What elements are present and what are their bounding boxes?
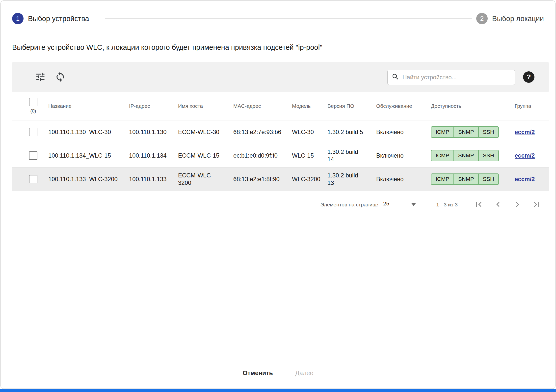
cell-name: 100.110.1.134_WLC-15 <box>48 144 129 167</box>
step1-label: Выбор устройства <box>28 15 89 23</box>
first-page-button[interactable] <box>473 199 484 210</box>
cell-ip: 100.110.1.133 <box>129 168 178 191</box>
cell-ip: 100.110.1.130 <box>129 120 178 144</box>
step2-label: Выбор локации <box>492 15 544 23</box>
column-header-model: Модель <box>292 92 327 120</box>
refresh-button[interactable] <box>54 71 66 83</box>
availability-badge-icmp: ICMP <box>431 126 454 138</box>
items-per-page-value: 25 <box>383 200 389 207</box>
table-toolbar: ? <box>12 62 549 92</box>
filter-tune-icon <box>35 71 46 83</box>
cell-group: eccm/2 <box>515 144 549 167</box>
cell-maintenance: Включено <box>376 144 431 167</box>
step-location-selection[interactable]: 2 Выбор локации <box>476 12 544 25</box>
cell-hostname: ECCM-WLC-30 <box>178 120 233 144</box>
cell-name: 100.110.1.133_WLC-3200 <box>48 168 129 191</box>
row-checkbox[interactable] <box>29 175 37 183</box>
availability-badges: ICMP SNMP SSH <box>431 173 499 185</box>
column-header-mac: MAC-адрес <box>233 92 292 120</box>
cell-name: 100.110.1.130_WLC-30 <box>48 120 129 144</box>
stepper-connector-line <box>105 18 472 19</box>
cell-mac: ec:b1:e0:d0:9f:f0 <box>233 144 292 167</box>
table-header-row: (0) Название IP-адрес Имя хоста MAC-адре… <box>12 92 549 120</box>
selected-count: (0) <box>29 108 37 114</box>
availability-badge-snmp: SNMP <box>453 173 479 185</box>
availability-badges: ICMP SNMP SSH <box>431 126 499 138</box>
cell-hostname: ECCM-WLC-3200 <box>178 168 233 191</box>
column-header-firmware: Версия ПО <box>327 92 376 120</box>
cell-ip: 100.110.1.134 <box>129 144 178 167</box>
availability-badge-icmp: ICMP <box>431 173 454 185</box>
next-button[interactable]: Далее <box>295 369 313 377</box>
cell-group: eccm/2 <box>515 168 549 191</box>
group-link[interactable]: eccm/2 <box>515 175 535 183</box>
column-header-name: Название <box>48 92 129 120</box>
availability-badge-ssh: SSH <box>478 173 499 185</box>
pagination-range: 1 - 3 из 3 <box>436 202 458 208</box>
table-row[interactable]: 100.110.1.130_WLC-30 100.110.1.130 ECCM-… <box>12 120 549 144</box>
last-page-icon <box>532 199 542 210</box>
availability-badge-ssh: SSH <box>478 150 499 161</box>
row-checkbox-cell <box>12 168 48 191</box>
availability-badge-snmp: SNMP <box>453 126 479 138</box>
step2-indicator: 2 <box>476 13 488 24</box>
availability-badge-snmp: SNMP <box>453 150 479 161</box>
row-checkbox[interactable] <box>29 128 37 136</box>
device-selection-dialog: 1 Выбор устройства 2 Выбор локации Выбер… <box>0 0 556 392</box>
dialog-subtitle: Выберите устройство WLC, к локации котор… <box>12 43 544 52</box>
search-icon <box>392 73 399 82</box>
cell-model: WLC-30 <box>292 120 327 144</box>
filter-button[interactable] <box>34 71 46 83</box>
row-checkbox-cell <box>12 120 48 144</box>
bottom-accent-bar <box>0 389 556 392</box>
items-per-page-label: Элементов на странице <box>320 202 378 208</box>
cell-firmware: 1.30.2 build 5 <box>327 120 376 144</box>
devices-table: (0) Название IP-адрес Имя хоста MAC-адре… <box>12 92 549 191</box>
table-pagination: Элементов на странице 25 1 - 3 из 3 <box>12 196 549 213</box>
group-link[interactable]: eccm/2 <box>515 128 535 136</box>
next-page-button[interactable] <box>512 199 523 210</box>
chevron-down-icon <box>411 203 416 206</box>
wizard-stepper: 1 Выбор устройства 2 Выбор локации <box>12 12 544 25</box>
column-header-maintenance: Обслуживание <box>376 92 431 120</box>
step-device-selection[interactable]: 1 Выбор устройства <box>12 12 89 25</box>
search-input[interactable] <box>402 74 511 81</box>
cell-model: WLC-3200 <box>292 168 327 191</box>
refresh-sync-icon <box>55 71 66 83</box>
cell-availability: ICMP SNMP SSH <box>431 144 515 167</box>
column-header-hostname: Имя хоста <box>178 92 233 120</box>
chevron-right-icon <box>512 199 522 210</box>
availability-badge-ssh: SSH <box>478 126 499 138</box>
cell-availability: ICMP SNMP SSH <box>431 168 515 191</box>
row-checkbox-cell <box>12 144 48 167</box>
cell-mac: 68:13:e2:e1:8f:90 <box>233 168 292 191</box>
last-page-button[interactable] <box>531 199 542 210</box>
row-checkbox[interactable] <box>29 151 37 160</box>
select-all-checkbox[interactable] <box>29 98 37 106</box>
items-per-page-select[interactable]: 25 <box>382 200 417 209</box>
dialog-footer: Отменить Далее <box>1 369 555 377</box>
wizard-card: 1 Выбор устройства 2 Выбор локации Выбер… <box>0 0 556 389</box>
cancel-button[interactable]: Отменить <box>243 369 273 377</box>
prev-page-button[interactable] <box>492 199 504 210</box>
table-row[interactable]: 100.110.1.134_WLC-15 100.110.1.134 ECCM-… <box>12 144 549 168</box>
availability-badges: ICMP SNMP SSH <box>431 150 499 161</box>
header-checkbox-cell: (0) <box>12 92 48 120</box>
table-row[interactable]: 100.110.1.133_WLC-3200 100.110.1.133 ECC… <box>12 168 549 191</box>
column-header-group: Группа <box>515 92 549 120</box>
cell-maintenance: Включено <box>376 168 431 191</box>
cell-mac: 68:13:e2:7e:93:b6 <box>233 120 292 144</box>
first-page-icon <box>474 199 484 210</box>
cell-firmware: 1.30.2 build 14 <box>327 144 376 167</box>
cell-firmware: 1.30.2 build 13 <box>327 168 376 191</box>
cell-hostname: ECCM-WLC-15 <box>178 144 233 167</box>
column-header-ip: IP-адрес <box>129 92 178 120</box>
cell-availability: ICMP SNMP SSH <box>431 120 515 144</box>
pagination-nav <box>473 199 542 210</box>
group-link[interactable]: eccm/2 <box>515 152 535 159</box>
column-header-availability: Доступность <box>431 92 515 120</box>
help-icon[interactable]: ? <box>523 71 534 83</box>
cell-group: eccm/2 <box>515 120 549 144</box>
availability-badge-icmp: ICMP <box>431 150 454 161</box>
cell-maintenance: Включено <box>376 120 431 144</box>
